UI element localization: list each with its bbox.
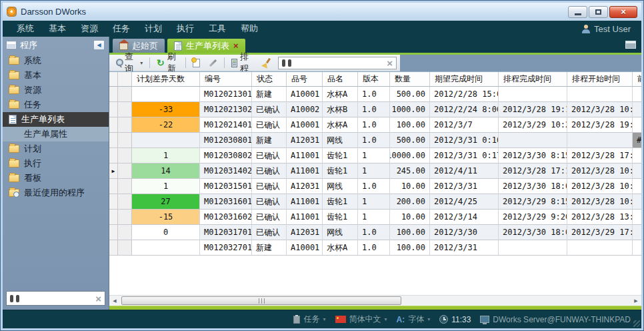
menu-item-6[interactable]: 工具: [201, 21, 233, 37]
user-area[interactable]: Test User: [582, 24, 635, 34]
sidebar-item-3[interactable]: 任务: [3, 97, 109, 112]
row-selector-cell[interactable]: [118, 148, 132, 163]
scrollbar-track[interactable]: [120, 296, 631, 306]
cell-expect: 2012/3/31: [430, 179, 499, 194]
clear-search-icon[interactable]: ×: [95, 294, 101, 304]
table-row[interactable]: -22M012021401已确认A10001水杯A1.0100.002012/3…: [109, 117, 641, 133]
table-row[interactable]: 1M012030802已确认A11001齿轮1110000.002012/3/3…: [109, 148, 641, 163]
cell-status: 已确认: [252, 194, 287, 210]
menu-item-0[interactable]: 系统: [9, 21, 41, 37]
sidebar-item-1[interactable]: 基本: [3, 68, 109, 83]
menu-item-7[interactable]: 帮助: [233, 21, 265, 37]
maximize-button[interactable]: [589, 6, 608, 18]
folder-icon: [9, 101, 19, 109]
sidebar-item-7[interactable]: 执行: [3, 156, 109, 171]
cell-status: 新建: [252, 87, 287, 102]
cell-version: 1.0: [358, 102, 390, 117]
table-row[interactable]: 0M012031701已确认A12031网线1.0100.002012/3/30…: [109, 225, 641, 240]
row-selector-cell[interactable]: [118, 117, 132, 133]
table-row[interactable]: -15M012031602已确认A11001齿轮1110.002012/3/14…: [109, 210, 641, 225]
column-header-status[interactable]: 状态: [252, 72, 287, 87]
pencil-icon: [209, 59, 217, 66]
cell-diff: [132, 240, 200, 256]
column-header-sched_finish[interactable]: 排程完成时间: [499, 72, 567, 87]
cell-sched_start: 2012/3/28 10:52: [567, 163, 633, 179]
table-row[interactable]: M012021301新建A10001水杯A1.0500.002012/2/28 …: [109, 87, 641, 102]
sidebar-item-2[interactable]: 资源: [3, 83, 109, 97]
sidebar-search-input[interactable]: [23, 294, 92, 303]
column-header-expect[interactable]: 期望完成时间: [430, 72, 499, 87]
cell-color: [633, 87, 641, 102]
cell-no: M012021301: [200, 87, 252, 102]
table-row[interactable]: 27M012031601已确认A11001齿轮11200.002012/4/25…: [109, 194, 641, 210]
row-selector-cell[interactable]: [118, 240, 132, 256]
toolbar-search-box[interactable]: ×: [278, 57, 397, 69]
row-selector-cell[interactable]: [118, 163, 132, 179]
column-header-sched_start[interactable]: 排程开始时间: [567, 72, 633, 87]
cell-no: M012031701: [200, 225, 252, 240]
collapse-sidebar-button[interactable]: ◀: [93, 40, 105, 50]
menu-item-3[interactable]: 任务: [105, 21, 137, 37]
cell-no: M012031602: [200, 210, 252, 225]
toolbar-button-broom-icon[interactable]: [259, 57, 275, 69]
scrollbar-thumb[interactable]: [121, 296, 401, 305]
menu-item-5[interactable]: 执行: [169, 21, 201, 37]
column-header-item_name[interactable]: 品名: [323, 72, 358, 87]
toolbar-search-input[interactable]: [294, 58, 384, 67]
row-selector-cell[interactable]: [118, 133, 132, 148]
menu-item-4[interactable]: 计划: [137, 21, 169, 37]
sidebar-item-8[interactable]: 看板: [3, 171, 109, 186]
toolbar-button-new-document-icon[interactable]: [189, 57, 203, 69]
column-header-no[interactable]: 编号: [200, 72, 252, 87]
menu-item-1[interactable]: 基本: [41, 21, 73, 37]
row-indicator-cell: [109, 179, 118, 194]
cell-version: 1.0: [358, 225, 390, 240]
menu-item-2[interactable]: 资源: [73, 21, 105, 37]
scroll-left-icon[interactable]: ◀: [109, 296, 120, 306]
resize-grip-icon[interactable]: [633, 320, 640, 327]
broom-icon: [262, 58, 271, 67]
menu-bar: 系统基本资源任务计划执行工具帮助 Test User: [3, 21, 641, 37]
table-row[interactable]: ▶14M012031402已确认A11001齿轮11245.002012/4/1…: [109, 163, 641, 179]
table-row[interactable]: 1M012031501已确认A12031网线1.010.002012/3/312…: [109, 179, 641, 194]
clear-search-icon[interactable]: ×: [387, 58, 393, 68]
sidebar-item-6[interactable]: 计划: [3, 141, 109, 156]
sidebar-search-box[interactable]: ×: [6, 291, 105, 306]
close-button[interactable]: ×: [609, 6, 637, 18]
column-header-item_no[interactable]: 品号: [287, 72, 323, 87]
cell-item_name: 水杯A: [323, 117, 358, 133]
row-selector-cell[interactable]: [118, 179, 132, 194]
scroll-right-icon[interactable]: ▶: [631, 296, 641, 306]
column-header-diff[interactable]: 计划差异天数: [132, 72, 200, 87]
sidebar-item-0[interactable]: 系统: [3, 53, 109, 68]
document-icon: [9, 115, 17, 124]
cell-status: 已确认: [252, 179, 287, 194]
cell-item_no: A11001: [287, 194, 323, 210]
sidebar-item-9[interactable]: 最近使用的程序: [3, 186, 109, 200]
grid-header-row: 计划差异天数编号状态品号品名版本数量期望完成时间排程完成时间排程开始时间前: [109, 72, 641, 87]
status-item-2[interactable]: A:字体▾: [397, 314, 431, 325]
toolbar-button-pencil-icon[interactable]: [205, 61, 221, 65]
table-row[interactable]: M012030801新建A12031网线1.0500.002012/3/31 0…: [109, 133, 641, 148]
column-header-color[interactable]: 前: [633, 72, 641, 87]
column-header-qty[interactable]: 数量: [390, 72, 430, 87]
row-selector-cell[interactable]: [118, 102, 132, 117]
cell-item_name: 网线: [323, 225, 358, 240]
cell-version: 1.0: [358, 240, 390, 256]
status-item-1[interactable]: 简体中文▾: [335, 314, 387, 325]
sidebar-item-4[interactable]: 生产单列表: [3, 112, 109, 127]
float-window-icon[interactable]: [625, 41, 636, 49]
sidebar-item-5[interactable]: 生产单属性: [3, 127, 109, 141]
row-selector-cell[interactable]: [118, 225, 132, 240]
table-row[interactable]: M012032701新建A10001水杯A1.0100.002012/3/31: [109, 240, 641, 256]
column-header-version[interactable]: 版本: [358, 72, 390, 87]
status-item-0[interactable]: 任务▾: [293, 314, 325, 325]
cell-no: M012032701: [200, 240, 252, 256]
minimize-button[interactable]: [568, 6, 587, 18]
horizontal-scrollbar[interactable]: ◀ ▶: [109, 295, 641, 306]
table-row[interactable]: -33M012021302已确认A10002水杯B1.01000.002012/…: [109, 102, 641, 117]
row-selector-cell[interactable]: [118, 194, 132, 210]
font-a-icon: A:: [397, 315, 405, 324]
row-selector-cell[interactable]: [118, 210, 132, 225]
row-selector-cell[interactable]: [118, 87, 132, 102]
